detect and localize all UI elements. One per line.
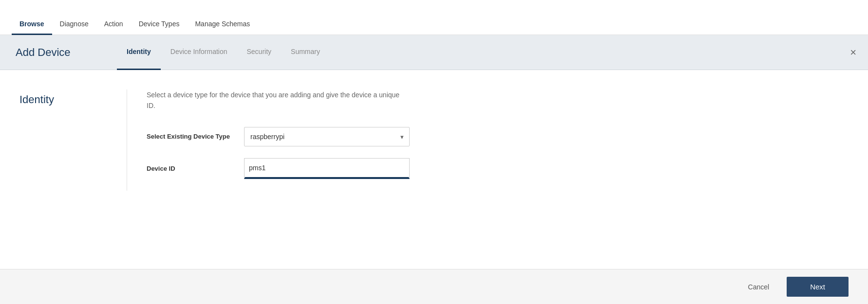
identity-description: Select a device type for the device that… [147, 89, 400, 111]
device-type-select[interactable]: raspberrypi arduino esp32 genericDevice [244, 127, 410, 146]
identity-section-body: Select a device type for the device that… [127, 89, 849, 191]
device-id-row: Device ID [147, 158, 849, 179]
device-id-input-wrap [244, 158, 410, 179]
wizard-step-identity[interactable]: Identity [117, 35, 161, 70]
nav-diagnose[interactable]: Diagnose [52, 20, 96, 35]
wizard-step-security[interactable]: Security [237, 35, 282, 70]
device-id-input[interactable] [245, 159, 409, 178]
wizard-step-summary[interactable]: Summary [281, 35, 330, 70]
nav-manage-schemas[interactable]: Manage Schemas [187, 20, 258, 35]
wizard-header: Add Device Identity Device Information S… [0, 35, 868, 70]
wizard-title: Add Device [16, 46, 94, 59]
identity-section-title: Identity [19, 89, 127, 191]
top-nav: Browse Diagnose Action Device Types Mana… [0, 0, 868, 35]
main-content: Identity Select a device type for the de… [0, 70, 868, 210]
nav-browse[interactable]: Browse [12, 20, 52, 35]
nav-device-types[interactable]: Device Types [131, 20, 188, 35]
nav-action[interactable]: Action [96, 20, 131, 35]
device-type-control-wrap: raspberrypi arduino esp32 genericDevice … [244, 127, 410, 146]
wizard-steps: Identity Device Information Security Sum… [117, 35, 330, 70]
close-button[interactable]: × [850, 47, 856, 58]
device-id-label: Device ID [147, 165, 234, 172]
device-type-label: Select Existing Device Type [147, 133, 234, 140]
device-type-row: Select Existing Device Type raspberrypi … [147, 127, 849, 146]
wizard-step-device-information[interactable]: Device Information [161, 35, 237, 70]
